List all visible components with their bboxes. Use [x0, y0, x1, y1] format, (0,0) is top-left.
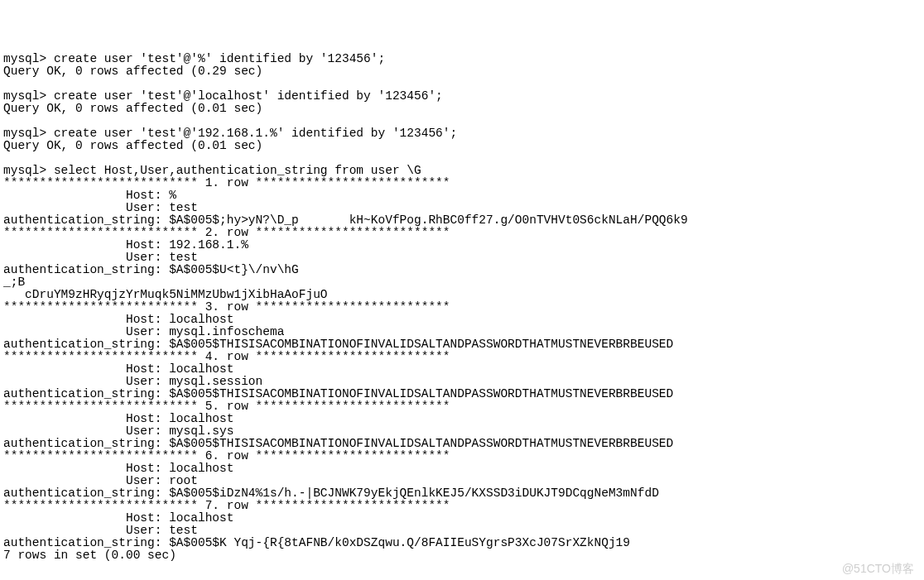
terminal-line: authentication_string: $A$005$THISISACOM… [3, 338, 921, 351]
terminal-line: authentication_string: $A$005$;hy>yN?\D_… [3, 214, 921, 227]
terminal-line: Query OK, 0 rows affected (0.01 sec) [3, 103, 921, 115]
terminal-line: authentication_string: $A$005$THISISACOM… [3, 438, 921, 450]
terminal-line: Host: localhost [3, 413, 921, 425]
watermark-text: @51CTO博客 [842, 563, 914, 575]
terminal-line: *************************** 6. row *****… [3, 450, 921, 463]
terminal-line: *************************** 7. row *****… [3, 500, 921, 512]
terminal-line: *************************** 1. row *****… [3, 177, 921, 189]
terminal-line: Host: localhost [3, 314, 921, 326]
terminal-line: 7 rows in set (0.00 sec) [3, 549, 921, 562]
terminal-output: mysql> create user 'test'@'%' identified… [3, 53, 921, 562]
terminal-line: Host: 192.168.1.% [3, 239, 921, 252]
terminal-line: User: mysql.infoschema [3, 326, 921, 338]
terminal-line: mysql> create user 'test'@'%' identified… [3, 53, 921, 65]
terminal-line [3, 152, 921, 165]
terminal-line: User: mysql.session [3, 376, 921, 388]
terminal-line: authentication_string: $A$005$iDzN4%1s/h… [3, 487, 921, 500]
terminal-line: authentication_string: $A$005$U<t}\/nv\h… [3, 264, 921, 276]
terminal-line: authentication_string: $A$005$K Yqj-{R{8… [3, 537, 921, 549]
terminal-line: mysql> create user 'test'@'192.168.1.%' … [3, 127, 921, 140]
terminal-line [3, 115, 921, 127]
terminal-line: Host: % [3, 189, 921, 202]
terminal-line: mysql> select Host,User,authentication_s… [3, 165, 921, 177]
terminal-line: *************************** 3. row *****… [3, 301, 921, 314]
terminal-line: *************************** 2. row *****… [3, 227, 921, 239]
terminal-line: Query OK, 0 rows affected (0.29 sec) [3, 65, 921, 78]
terminal-line: User: mysql.sys [3, 425, 921, 438]
terminal-line: Host: localhost [3, 363, 921, 376]
terminal-line: User: root [3, 475, 921, 487]
terminal-line: *************************** 5. row *****… [3, 400, 921, 413]
terminal-line: mysql> create user 'test'@'localhost' id… [3, 90, 921, 103]
terminal-line: User: test [3, 525, 921, 537]
terminal-line: Query OK, 0 rows affected (0.01 sec) [3, 140, 921, 152]
terminal-line: authentication_string: $A$005$THISISACOM… [3, 388, 921, 400]
terminal-line: Host: localhost [3, 512, 921, 525]
terminal-line: cDruYM9zHRyqjzYrMuqk5NiMMzUbw1jXibHaAoFj… [3, 289, 921, 301]
terminal-line: _;B [3, 276, 921, 289]
terminal-line [3, 78, 921, 90]
terminal-line: User: test [3, 202, 921, 214]
terminal-line: *************************** 4. row *****… [3, 351, 921, 363]
terminal-line: Host: localhost [3, 463, 921, 475]
terminal-line: User: test [3, 252, 921, 264]
